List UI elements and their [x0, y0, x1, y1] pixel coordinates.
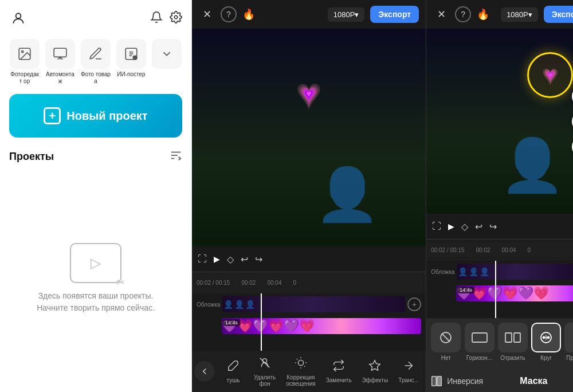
editor-right-effect-clip[interactable]: 14:4s 💜💗💜💗💜💗 — [456, 285, 573, 301]
light-correction-icon — [295, 356, 307, 372]
svg-point-30 — [543, 337, 545, 339]
marker-1-left: 00:02 — [241, 280, 256, 286]
tool-auto-montage[interactable]: Автомонтаж — [45, 39, 76, 85]
tool-btn-effects[interactable]: Эффекты — [358, 357, 393, 386]
tool-expand[interactable] — [151, 39, 182, 78]
svg-line-23 — [442, 334, 450, 342]
time-current-right: 00:02 / 00:15 — [431, 247, 464, 253]
editor-right-ruler: 00:02 / 00:15 00:02 00:04 0 — [426, 242, 573, 258]
editor-right-timeline: 00:02 / 00:15 00:02 00:04 0 — [426, 239, 573, 261]
editor-right-playhead — [495, 261, 496, 318]
heart-inner: ♥ ♥ ♥ ♥ ♥ — [533, 58, 567, 92]
plus-icon: + — [44, 107, 61, 124]
inversion-control[interactable]: Инверсия — [431, 375, 483, 387]
editor-right-help-button[interactable]: ? — [455, 6, 471, 22]
editor-left-effect-clip[interactable]: 14:4s 💜💗💜💗💜💗 — [222, 318, 421, 334]
mask-circle[interactable]: Круг — [531, 323, 561, 361]
tool-photo-goods-label: Фото товара — [80, 71, 111, 85]
masked-heart: ♥ ♥ ♥ ♥ ♥ — [527, 52, 573, 98]
person-silhouette: 👤 — [315, 164, 379, 225]
editor-right-close-button[interactable]: ✕ — [433, 6, 449, 22]
editor-left-back-button[interactable] — [194, 361, 215, 382]
editor-left-help-button[interactable]: ? — [221, 6, 237, 22]
photo-goods-icon — [81, 39, 111, 69]
photo-editor-icon — [10, 39, 40, 69]
mask-horizontal-icon — [465, 323, 494, 352]
editor-left-resolution-button[interactable]: 1080P▾ — [328, 7, 365, 22]
tool-trans-label: Транс... — [398, 377, 419, 383]
editor-right-track-area: Обложка 👤 👤 👤 + 14:4s 💜💗💜💗💜💗 — [426, 261, 573, 318]
editor-right-undo-button[interactable]: ↩ — [475, 221, 482, 232]
marker-2-left: 00:04 — [267, 280, 281, 286]
inversion-label: Инверсия — [447, 377, 483, 386]
editor-left-diamond-button[interactable]: ◇ — [227, 254, 234, 265]
editor-left-undo-button[interactable]: ↩ — [241, 254, 248, 265]
editor-right-track-label: Обложка — [431, 269, 454, 275]
editor-right-diamond-button[interactable]: ◇ — [461, 221, 468, 232]
editor-left-close-button[interactable]: ✕ — [199, 6, 215, 22]
marker-3-left: 0 — [293, 280, 296, 286]
editor-left-video-content: ♥ ♥ ♥ ♥ ♥ ♥ 👤 — [192, 29, 426, 246]
tool-btn-replace[interactable]: Заменить — [321, 357, 356, 386]
sort-icon[interactable] — [170, 149, 182, 164]
mask-none[interactable]: Нет — [431, 323, 461, 361]
editor-right-top-bar: ✕ ? 🔥 1080P▾ Экспорт — [426, 0, 573, 29]
expand-label — [166, 71, 168, 78]
editor-right-export-button[interactable]: Экспорт — [544, 6, 573, 23]
editor-left-timeline: 00:02 / 00:15 00:02 00:04 0 — [192, 272, 426, 293]
editor-right-play-button[interactable]: ▶ — [448, 222, 454, 231]
time-current-left: 00:02 / 00:15 — [197, 280, 230, 286]
mask-bottom-bar: Инверсия Маска ✓ — [426, 370, 573, 392]
mask-rect-icon — [564, 323, 573, 352]
editor-right-video-content: ♥ ♥ ♥ ♥ ♥ ↕ ↔ — [426, 29, 573, 214]
mask-horizontal[interactable]: Горизон... — [465, 323, 494, 361]
editor-left-add-clip-button[interactable]: + — [407, 297, 421, 311]
editor-left-redo-button[interactable]: ↪ — [255, 254, 262, 265]
editor-right-redo-button[interactable]: ↪ — [489, 221, 497, 232]
mask-mirror[interactable]: Отразить — [498, 323, 528, 361]
editor-left-ruler: 00:02 / 00:15 00:02 00:04 0 — [192, 275, 426, 291]
mask-controls: Нет Горизон... — [426, 318, 573, 370]
brush-icon — [227, 359, 240, 375]
svg-point-14 — [298, 360, 303, 365]
bell-icon[interactable] — [150, 11, 163, 26]
tool-ai-poster-label: ИИ-постер — [117, 71, 145, 78]
svg-rect-26 — [514, 333, 520, 342]
tool-btn-remove-bg[interactable]: Удалитьфон — [249, 354, 280, 389]
tool-btn-light-correction[interactable]: Коррекцияосвещения — [281, 354, 320, 389]
ai-poster-icon: AI — [116, 39, 146, 69]
editor-right-track-row-2: 14:4s 💜💗💜💗💜💗 — [426, 283, 573, 304]
tool-grid: Фоторедакт ор Автомонтаж Фото товара — [9, 39, 182, 85]
tool-ai-poster[interactable]: AI ИИ-постер — [116, 39, 147, 78]
editor-right-fullscreen-button[interactable]: ⛶ — [432, 221, 441, 232]
new-project-button[interactable]: + Новый проект — [9, 94, 182, 138]
mask-rect[interactable]: Прямоуг... — [564, 323, 573, 361]
mask-none-label: Нет — [441, 355, 451, 361]
settings-icon[interactable] — [170, 11, 182, 26]
person-silhouette-right: 👤 — [500, 135, 564, 195]
editor-right-video-clip[interactable]: 👤 👤 👤 — [457, 264, 573, 280]
replace-icon — [332, 359, 345, 375]
editor-left-play-button[interactable]: ▶ — [214, 254, 220, 264]
tool-photo-goods[interactable]: Фото товара — [80, 39, 111, 85]
left-panel: Фоторедакт ор Автомонтаж Фото товара — [0, 0, 192, 392]
tool-btn-brush[interactable]: тушь — [218, 357, 248, 386]
editor-left-fullscreen-button[interactable]: ⛶ — [198, 254, 207, 264]
mask-title-label: Маска — [520, 376, 547, 386]
mask-horizontal-label: Горизон... — [466, 355, 492, 361]
mask-circle-icon — [531, 323, 561, 352]
clip-duration-left: 14:4s — [223, 319, 240, 326]
scissors-icon: ✂ — [116, 276, 125, 289]
projects-title: Проекты — [9, 151, 54, 163]
svg-rect-25 — [505, 333, 512, 342]
tool-photo-editor[interactable]: Фоторедакт ор — [9, 39, 40, 85]
tool-btn-trans[interactable]: Транс... — [394, 357, 423, 386]
editor-left-video-clip[interactable]: 👤 👤 👤 — [222, 296, 405, 312]
editor-left-track-label: Обложка — [197, 301, 220, 308]
editor-right-resolution-button[interactable]: 1080P▾ — [501, 7, 538, 22]
user-icon[interactable] — [9, 9, 28, 28]
tool-brush-label: тушь — [227, 377, 240, 383]
editor-left-fire-icon: 🔥 — [242, 8, 255, 21]
editor-left-track-area: Обложка 👤 👤 👤 + 14:4s 💜💗💜💗💜💗 — [192, 293, 426, 351]
editor-left-export-button[interactable]: Экспорт — [370, 6, 419, 23]
